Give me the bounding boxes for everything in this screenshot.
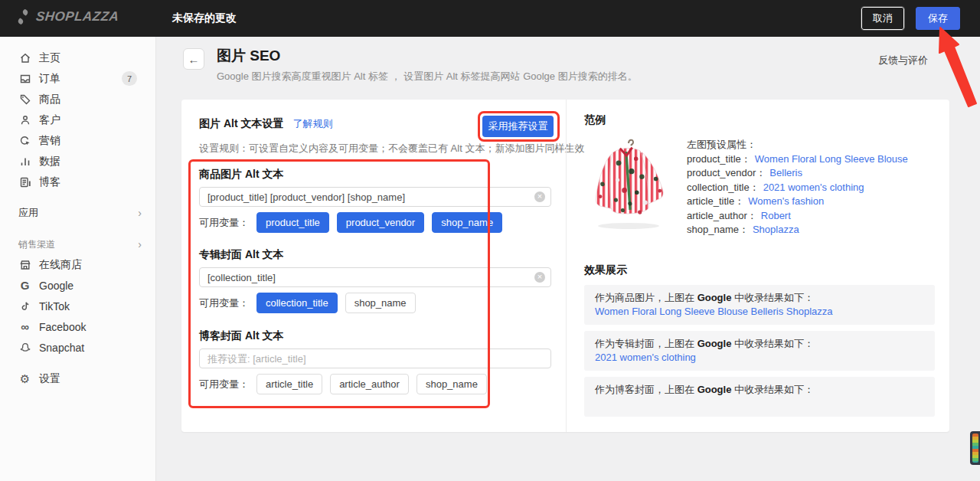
chevron-right-icon: ›	[138, 238, 142, 250]
sidebar-item-label: 主页	[39, 51, 60, 65]
var-pill-shop-name[interactable]: shop_name	[432, 212, 502, 233]
effect-result-text	[595, 397, 924, 411]
attr-article-title: article_title：Women's fashion	[687, 195, 908, 209]
effect-box-product: 作为商品图片，上图在 Google 中收录结果如下： Women Floral …	[584, 285, 935, 325]
customers-icon	[18, 113, 31, 126]
sidebar-item-home[interactable]: 主页	[0, 47, 155, 68]
sidebar-item-snapchat[interactable]: Snapchat	[0, 337, 155, 358]
attr-collection-title: collection_title：2021 women's clothing	[687, 181, 908, 195]
var-pill-article-author[interactable]: article_author	[330, 374, 409, 394]
tiktok-icon	[18, 299, 31, 312]
sidebar-item-online-store[interactable]: 在线商店	[0, 254, 155, 275]
page-subtitle: Google 图片搜索高度重视图片 Alt 标签 ， 设置图片 Alt 标签提高…	[217, 70, 638, 83]
analytics-bars-icon	[18, 155, 31, 168]
scroll-indicator-widget[interactable]	[970, 431, 980, 465]
main-content: ← 图片 SEO Google 图片搜索高度重视图片 Alt 标签 ， 设置图片…	[156, 37, 980, 481]
sidebar-item-customers[interactable]: 客户	[0, 110, 155, 130]
attr-article-author: article_author：Robert	[687, 209, 908, 224]
sidebar-item-google[interactable]: G Google	[0, 275, 155, 296]
topbar-actions: 取消 保存	[861, 7, 960, 30]
settings-rule-text: 设置规则：可设置自定义内容及可用变量；不会覆盖已有 Alt 文本；新添加图片同样…	[199, 142, 566, 155]
sidebar-group-label: 销售渠道	[18, 238, 55, 251]
product-image-alt-group: 商品图片 Alt 文本 × 可用变量： product_title produc…	[199, 168, 551, 233]
collection-alt-input[interactable]	[199, 267, 551, 287]
available-vars-label: 可用变量：	[199, 296, 249, 310]
alt-settings-title: 图片 Alt 文本设置	[199, 117, 283, 131]
sidebar-group-apps[interactable]: 应用 ›	[0, 203, 155, 223]
back-arrow-icon: ←	[188, 53, 200, 66]
google-icon: G	[18, 279, 31, 292]
brand-name: SHOPLAZZA	[35, 9, 119, 25]
gear-icon: ⚙	[18, 372, 31, 385]
example-title: 范例	[584, 113, 949, 129]
meta-infinity-icon: ∞	[18, 320, 31, 333]
field-label: 商品图片 Alt 文本	[199, 168, 551, 183]
products-tag-icon	[18, 93, 31, 106]
blog-icon	[18, 175, 31, 188]
attr-shop-name: shop_name：Shoplazza	[687, 223, 908, 237]
shoplazza-logo[interactable]: SHOPLAZZA	[15, 8, 119, 25]
cancel-button[interactable]: 取消	[861, 7, 904, 30]
topbar: SHOPLAZZA 未保存的更改 取消 保存	[0, 0, 980, 37]
sidebar-item-label: 客户	[39, 113, 60, 127]
sidebar-item-orders[interactable]: 订单 7	[0, 68, 155, 89]
home-icon	[18, 51, 31, 64]
save-button[interactable]: 保存	[916, 7, 960, 30]
clear-input-icon[interactable]: ×	[534, 191, 545, 202]
orders-icon	[18, 72, 31, 85]
available-vars-label: 可用变量：	[199, 216, 249, 230]
storefront-icon	[18, 258, 31, 271]
sidebar-item-facebook[interactable]: ∞ Facebook	[0, 316, 155, 337]
sidebar-item-blog[interactable]: 博客	[0, 172, 155, 192]
sidebar-group-label: 应用	[18, 206, 38, 220]
effect-box-blog: 作为博客封面，上图在 Google 中收录结果如下：	[584, 377, 935, 417]
var-pill-article-title[interactable]: article_title	[256, 374, 322, 394]
var-pill-product-title[interactable]: product_title	[256, 212, 329, 233]
sidebar-item-products[interactable]: 商品	[0, 89, 155, 110]
example-product-image	[584, 136, 673, 231]
var-pill-shop-name[interactable]: shop_name	[416, 374, 487, 394]
snapchat-ghost-icon	[18, 341, 31, 354]
sidebar: 主页 订单 7 商品 客户 营销 数据 博客	[0, 37, 156, 481]
sidebar-item-analytics[interactable]: 数据	[0, 151, 155, 172]
sidebar-item-marketing[interactable]: 营销	[0, 130, 155, 151]
adopt-recommended-button[interactable]: 采用推荐设置	[482, 116, 554, 137]
var-pill-collection-title[interactable]: collection_title	[256, 293, 338, 313]
chevron-right-icon: ›	[138, 207, 142, 219]
effect-result-text: 2021 women's clothing	[595, 351, 924, 365]
preset-attributes: 左图预设属性： product_title：Women Floral Long …	[687, 136, 908, 237]
sidebar-item-label: 营销	[39, 134, 60, 148]
product-alt-input[interactable]	[199, 187, 551, 207]
learn-rules-link[interactable]: 了解规则	[292, 117, 332, 131]
sidebar-item-settings[interactable]: ⚙ 设置	[0, 368, 155, 389]
example-column: 范例	[566, 100, 949, 432]
effect-display-title: 效果展示	[584, 263, 949, 279]
feedback-link[interactable]: 反馈与评价	[878, 54, 928, 67]
var-pill-product-vendor[interactable]: product_vendor	[337, 212, 424, 233]
page-title: 图片 SEO	[217, 46, 280, 66]
unsaved-changes-label: 未保存的更改	[172, 11, 237, 25]
preset-attributes-label: 左图预设属性：	[687, 138, 908, 152]
orders-count-badge: 7	[122, 71, 137, 86]
sidebar-item-label: 博客	[39, 175, 60, 189]
back-button[interactable]: ←	[183, 48, 204, 70]
available-vars-label: 可用变量：	[199, 378, 249, 391]
sidebar-group-sales-channels[interactable]: 销售渠道 ›	[0, 234, 155, 254]
sidebar-item-label: 商品	[39, 93, 60, 106]
sidebar-item-tiktok[interactable]: TikTok	[0, 296, 155, 316]
clear-input-icon[interactable]: ×	[534, 272, 545, 283]
effect-box-collection: 作为专辑封面，上图在 Google 中收录结果如下： 2021 women's …	[584, 331, 935, 371]
blog-alt-input[interactable]	[199, 348, 551, 368]
attr-product-vendor: product_vendor：Belleris	[687, 166, 908, 181]
shoplazza-logo-icon	[15, 8, 31, 25]
attr-product-title: product_title：Women Floral Long Sleeve B…	[687, 152, 908, 167]
sidebar-item-label: 设置	[39, 372, 60, 386]
sidebar-item-label: 在线商店	[39, 258, 82, 272]
sidebar-item-label: 订单	[39, 72, 60, 86]
alt-settings-column: 图片 Alt 文本设置 了解规则 采用推荐设置 设置规则：可设置自定义内容及可用…	[181, 100, 566, 432]
effect-result-text: Women Floral Long Sleeve Blouse Belleris…	[595, 305, 924, 319]
sidebar-item-label: TikTok	[39, 300, 70, 312]
var-pill-shop-name[interactable]: shop_name	[345, 293, 416, 313]
sidebar-item-label: Facebook	[39, 321, 86, 333]
blog-cover-alt-group: 博客封面 Alt 文本 可用变量： article_title article_…	[199, 329, 551, 394]
